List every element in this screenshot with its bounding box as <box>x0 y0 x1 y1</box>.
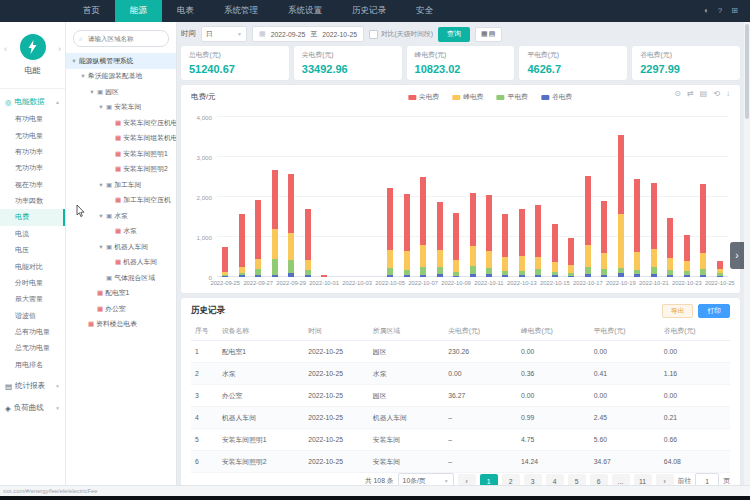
tree-node[interactable]: ▼▣加工车间 <box>66 177 176 193</box>
tree-search-box[interactable]: ⌕ <box>73 30 169 47</box>
stacked-bar[interactable] <box>535 205 541 277</box>
collapse-right-icon[interactable]: › <box>58 44 61 54</box>
table-row[interactable]: 4机器人车间2022-10-25机器人车间–0.992.450.21 <box>191 407 730 429</box>
help-icon[interactable]: ? <box>718 7 722 15</box>
scrollbar-thumb[interactable] <box>745 24 749 119</box>
tree-caret-icon[interactable]: ▼ <box>98 213 104 219</box>
sidebar-item-entry[interactable]: 电压 <box>0 242 65 258</box>
table-row[interactable]: 5安装车间照明12022-10-25安装车间–4.755.600.66 <box>191 429 730 451</box>
tree-node[interactable]: ▦办公室 <box>66 301 176 317</box>
tree-node[interactable]: ▼能源纵横管理系统 <box>66 53 176 69</box>
stacked-bar[interactable] <box>486 195 492 277</box>
sidebar-item-entry[interactable]: 无功电量 <box>0 127 65 143</box>
save-image-icon[interactable]: ↓ <box>726 90 730 98</box>
stacked-bar[interactable] <box>618 135 624 277</box>
tree-node[interactable]: ▼▣机器人车间 <box>66 239 176 255</box>
tree-node[interactable]: ▦资料楼总电表 <box>66 317 176 333</box>
tree-node[interactable]: ▦加工车间空压机 <box>66 193 176 209</box>
sidebar-item-entry[interactable]: 谐波值 <box>0 308 65 324</box>
nav-tab[interactable]: 首页 <box>68 0 115 22</box>
tree-node[interactable]: ▦安装车间空压机电表 <box>66 115 176 131</box>
data-view-icon[interactable]: ▤ <box>700 90 708 98</box>
nav-tab[interactable]: 电表 <box>162 0 209 22</box>
sidebar-item-active[interactable]: 电费 <box>0 209 65 225</box>
window-scrollbar[interactable] <box>744 22 750 486</box>
table-row[interactable]: 1配电室12022-10-25园区230.260.000.000.00 <box>191 341 730 363</box>
tree-caret-icon[interactable]: ▼ <box>71 58 77 64</box>
menu-section-item[interactable]: ◈负荷曲线▼ <box>0 399 65 417</box>
tree-search-input[interactable] <box>86 34 163 43</box>
nav-tab[interactable]: 系统设置 <box>273 0 337 22</box>
stacked-bar[interactable] <box>568 238 574 277</box>
stacked-bar[interactable] <box>700 184 706 277</box>
nav-tab[interactable]: 能源 <box>115 0 162 22</box>
sidebar-item-entry[interactable]: 功率因数 <box>0 193 65 209</box>
collapse-left-icon[interactable]: ‹ <box>4 44 7 54</box>
stacked-bar[interactable] <box>437 202 443 277</box>
tree-node[interactable]: ▦安装车间照明2 <box>66 162 176 178</box>
export-button[interactable]: 导出 <box>662 304 694 318</box>
legend-item[interactable]: 谷电费 <box>541 92 572 102</box>
stacked-bar[interactable] <box>222 247 228 277</box>
table-row[interactable]: 6安装车间照明22022-10-25安装车间–14.2434.6764.08 <box>191 451 730 473</box>
tree-node[interactable]: ▼▣水泵 <box>66 208 176 224</box>
legend-item[interactable]: 平电费 <box>497 92 528 102</box>
tree-node[interactable]: ▣气体混合区域 <box>66 270 176 286</box>
stacked-bar[interactable] <box>667 218 673 277</box>
stacked-bar[interactable] <box>420 177 426 277</box>
sidebar-item-entry[interactable]: 视在功率 <box>0 177 65 193</box>
theme-icon[interactable]: ◐ <box>704 7 709 15</box>
sidebar-item-entry[interactable]: 用电排名 <box>0 357 65 373</box>
stacked-bar[interactable] <box>387 188 393 277</box>
nav-tab[interactable]: 安全 <box>401 0 448 22</box>
menu-section-item[interactable]: ▤统计报表▼ <box>0 377 65 395</box>
stacked-bar[interactable] <box>255 200 261 277</box>
sidebar-item-entry[interactable]: 最大需量 <box>0 291 65 307</box>
magic-type-icon[interactable]: ⇄ <box>687 90 694 98</box>
compare-checkbox[interactable]: 对比(天级时间段) <box>369 29 433 39</box>
sidebar-item-entry[interactable]: 有功功率 <box>0 144 65 160</box>
checkbox-icon[interactable] <box>369 30 378 39</box>
stacked-bar[interactable] <box>272 170 278 277</box>
view-toggle-button[interactable]: ▦▤ <box>475 27 502 42</box>
stacked-bar[interactable] <box>684 235 690 277</box>
sidebar-item-entry[interactable]: 无功功率 <box>0 160 65 176</box>
tree-caret-icon[interactable]: ▼ <box>80 73 86 79</box>
tree-node[interactable]: ▦安装车间照明1 <box>66 146 176 162</box>
stacked-bar[interactable] <box>239 214 245 277</box>
print-button[interactable]: 打印 <box>698 304 730 318</box>
apps-icon[interactable]: ⊞ <box>731 7 738 15</box>
restore-icon[interactable]: ⟲ <box>713 90 720 98</box>
stacked-bar[interactable] <box>453 213 459 277</box>
tree-node[interactable]: ▦安装车间组装机电表 <box>66 131 176 147</box>
tree-caret-icon[interactable]: ▼ <box>98 182 104 188</box>
stacked-bar[interactable] <box>651 183 657 277</box>
tree-node[interactable]: ▦机器人车间 <box>66 255 176 271</box>
tree-caret-icon[interactable]: ▼ <box>98 244 104 250</box>
stacked-bar[interactable] <box>502 214 508 277</box>
period-select[interactable]: 日 ▼ <box>201 26 247 42</box>
stacked-bar[interactable] <box>552 224 558 277</box>
stacked-bar[interactable] <box>585 176 591 277</box>
stacked-bar[interactable] <box>305 209 311 277</box>
tree-caret-icon[interactable]: ▼ <box>98 104 104 110</box>
stacked-bar[interactable] <box>634 179 640 277</box>
table-row[interactable]: 2水泵2022-10-25水泵0.000.360.411.16 <box>191 363 730 385</box>
legend-item[interactable]: 峰电费 <box>452 92 483 102</box>
stacked-bar[interactable] <box>717 261 723 277</box>
tree-node[interactable]: ▦配电室1 <box>66 286 176 302</box>
table-row[interactable]: 3办公室2022-10-25园区36.270.000.000.00 <box>191 385 730 407</box>
stacked-bar[interactable] <box>288 174 294 277</box>
tree-node[interactable]: ▦水泵 <box>66 224 176 240</box>
nav-tab[interactable]: 系统管理 <box>209 0 273 22</box>
tree-node[interactable]: ▼▣安装车间 <box>66 100 176 116</box>
legend-item[interactable]: 尖电费 <box>408 92 439 102</box>
sidebar-item-entry[interactable]: 总有功电量 <box>0 324 65 340</box>
nav-tab[interactable]: 历史记录 <box>337 0 401 22</box>
stacked-bar[interactable] <box>470 193 476 277</box>
tree-caret-icon[interactable]: ▼ <box>89 89 95 95</box>
sidebar-item-entry[interactable]: 电流 <box>0 226 65 242</box>
sidebar-item-entry[interactable]: 有功电量 <box>0 111 65 127</box>
zoom-icon[interactable]: ⊙ <box>674 90 681 98</box>
query-button[interactable]: 查询 <box>438 27 470 42</box>
